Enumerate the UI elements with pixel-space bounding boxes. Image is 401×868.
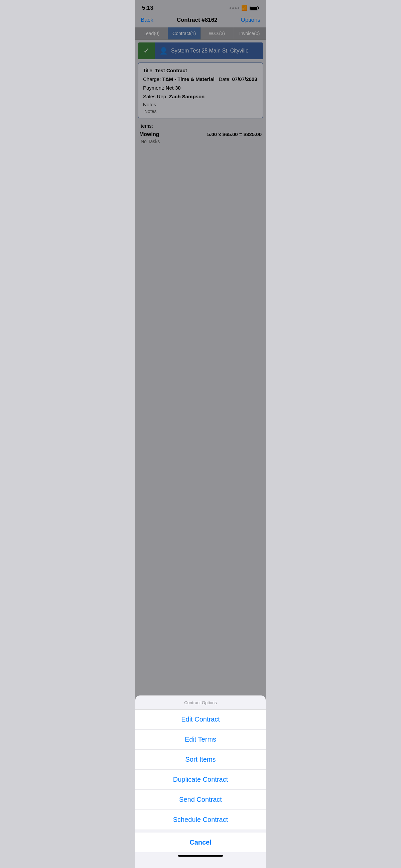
modal-overlay: Contract Options Edit Contract Edit Term… <box>135 0 266 282</box>
